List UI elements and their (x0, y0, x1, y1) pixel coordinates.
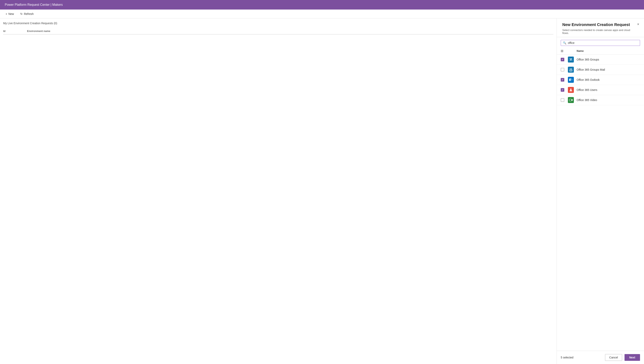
connector-icon-outlook: O (568, 77, 574, 83)
svg-point-1 (571, 58, 572, 59)
grid-icon: ⊞ (561, 49, 563, 52)
selected-count: 5 selected (561, 356, 573, 359)
icon-cell-users (568, 87, 577, 93)
svg-rect-10 (569, 99, 572, 101)
panel-header: New Environment Creation Request Select … (557, 18, 644, 37)
section-title: My Live Environment Creation Requests (0… (3, 22, 553, 25)
check-cell-groups-mail (561, 68, 568, 72)
search-icon: 🔍 (563, 41, 566, 44)
panel-title: New Environment Creation Request (562, 22, 636, 27)
svg-marker-11 (571, 99, 572, 101)
connector-icon-video (568, 97, 574, 103)
icon-cell-groups (568, 56, 577, 62)
header-check-cell: ⊞ (561, 49, 568, 53)
close-icon: × (637, 22, 639, 26)
col-env-header: Environment name (27, 30, 553, 32)
next-button[interactable]: Next (624, 354, 640, 361)
col-id-header: Id (3, 30, 27, 32)
refresh-icon: ↻ (20, 12, 23, 16)
table-header: Id Environment name (3, 28, 553, 34)
app-title: Power Platform Request Center | Makers (5, 3, 63, 6)
svg-text:O: O (570, 79, 571, 80)
connector-icon-groups-mail (568, 67, 574, 73)
check-cell-users (561, 88, 568, 92)
check-cell-groups (561, 58, 568, 61)
search-box: 🔍 (561, 40, 640, 46)
new-button[interactable]: + New (3, 11, 16, 17)
panel-subtitle: Select connectors needed to create canva… (562, 28, 636, 34)
footer-buttons: Cancel Next (605, 354, 640, 361)
svg-point-9 (570, 88, 572, 90)
icon-cell-outlook: O (568, 77, 577, 83)
check-cell-video (561, 98, 568, 102)
plus-icon: + (6, 12, 7, 16)
icon-cell-groups-mail (568, 67, 577, 73)
svg-point-3 (570, 68, 571, 70)
cancel-button[interactable]: Cancel (605, 354, 622, 361)
connector-icon-groups (568, 56, 574, 62)
connector-row-users[interactable]: Office 365 Users (557, 85, 644, 95)
panel-header-left: New Environment Creation Request Select … (562, 22, 636, 34)
left-panel: My Live Environment Creation Requests (0… (0, 18, 557, 364)
refresh-label: Refresh (24, 12, 34, 16)
connector-row-groups[interactable]: Office 365 Groups (557, 54, 644, 65)
new-label: New (8, 12, 14, 16)
checkbox-outlook[interactable] (561, 78, 564, 82)
connector-name-groups: Office 365 Groups (577, 58, 640, 61)
header-bar: Power Platform Request Center | Makers (0, 0, 644, 10)
checkbox-users[interactable] (561, 88, 564, 92)
checkbox-video[interactable] (561, 98, 564, 102)
connector-row-groups-mail[interactable]: Office 365 Groups Mail (557, 65, 644, 75)
refresh-button[interactable]: ↻ Refresh (18, 11, 36, 17)
toolbar: + New ↻ Refresh (0, 10, 644, 18)
connector-name-outlook: Office 365 Outlook (577, 78, 640, 81)
connector-name-users: Office 365 Users (577, 88, 640, 92)
panel-footer: 5 selected Cancel Next (557, 351, 644, 364)
connector-name-video: Office 365 Video (577, 98, 640, 102)
connector-list: Office 365 Groups (557, 54, 644, 351)
right-panel: New Environment Creation Request Select … (557, 18, 644, 364)
header-name-cell: Name (577, 50, 640, 52)
close-button[interactable]: × (636, 22, 640, 26)
connector-icon-users (568, 87, 574, 93)
svg-point-4 (571, 68, 572, 70)
connector-row-outlook[interactable]: O Office 365 Outlook (557, 75, 644, 85)
connector-list-header: ⊞ Name (557, 48, 644, 54)
svg-point-0 (570, 58, 571, 59)
checkbox-groups-mail[interactable] (561, 68, 564, 72)
search-input[interactable] (568, 41, 638, 44)
search-container: 🔍 (557, 37, 644, 48)
checkbox-groups[interactable] (561, 58, 564, 61)
connector-name-groups-mail: Office 365 Groups Mail (577, 68, 640, 71)
check-cell-outlook (561, 78, 568, 82)
icon-cell-video (568, 97, 577, 103)
connector-row-video[interactable]: Office 365 Video (557, 95, 644, 105)
main-area: My Live Environment Creation Requests (0… (0, 18, 644, 364)
